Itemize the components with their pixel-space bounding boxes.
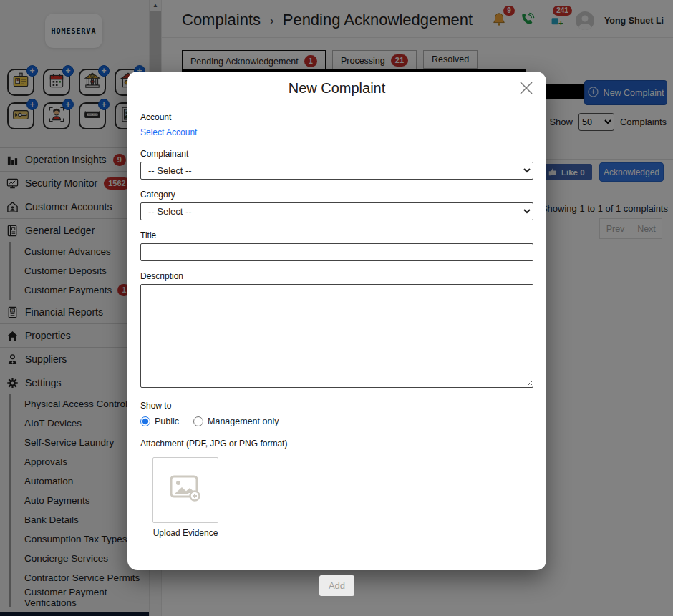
- image-upload-icon: [168, 474, 203, 507]
- show-to-label: Show to: [140, 401, 533, 411]
- modal-title: New Complaint: [140, 72, 533, 97]
- description-textarea[interactable]: [140, 284, 533, 388]
- upload-evidence-tile[interactable]: [152, 457, 218, 523]
- show-to-options: Public Management only: [140, 416, 533, 426]
- category-label: Category: [140, 190, 533, 200]
- select-account-link[interactable]: Select Account: [140, 127, 197, 137]
- complainant-label: Complainant: [140, 149, 533, 159]
- description-label: Description: [140, 271, 533, 281]
- title-input[interactable]: [140, 243, 533, 261]
- new-complaint-modal: New Complaint Account Select Account Com…: [127, 72, 546, 570]
- upload-evidence-caption: Upload Evidence: [140, 528, 231, 538]
- category-select[interactable]: -- Select --: [140, 202, 533, 220]
- attachment-label: Attachment (PDF, JPG or PNG format): [140, 439, 533, 449]
- complainant-select[interactable]: -- Select --: [140, 162, 533, 180]
- close-button[interactable]: [516, 79, 536, 99]
- radio-management-input[interactable]: [193, 416, 203, 426]
- add-button[interactable]: Add: [319, 575, 354, 596]
- radio-public[interactable]: Public: [140, 416, 179, 426]
- title-label: Title: [140, 230, 533, 240]
- radio-management-only[interactable]: Management only: [193, 416, 279, 426]
- radio-public-input[interactable]: [140, 416, 150, 426]
- account-label: Account: [140, 112, 533, 122]
- close-icon: [518, 80, 534, 98]
